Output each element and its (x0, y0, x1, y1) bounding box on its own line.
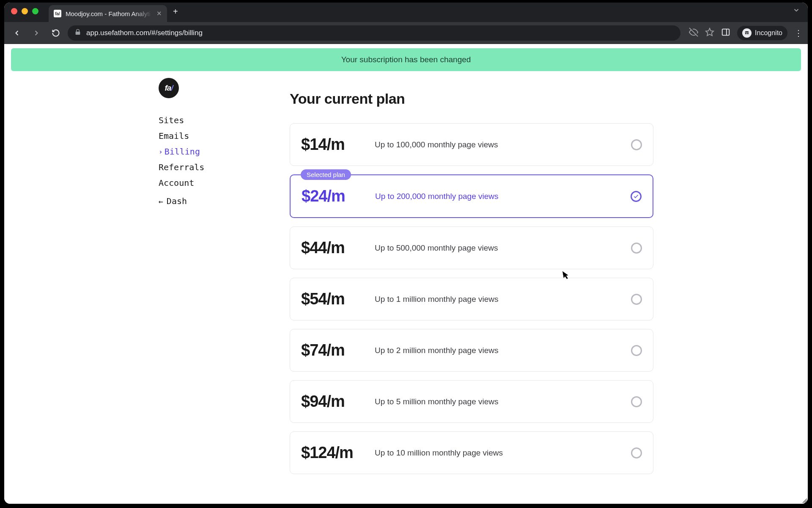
back-button[interactable] (9, 25, 25, 41)
radio-unchecked-icon[interactable] (631, 345, 642, 356)
tab-title: Moodjoy.com - Fathom Analyti (66, 10, 152, 17)
window-maximize-button[interactable] (32, 8, 38, 14)
forward-button[interactable] (29, 25, 44, 41)
page-content: Your subscription has been changed fa/ S… (4, 44, 808, 504)
sidebar-item-label: Billing (165, 146, 200, 157)
sidebar-back-label: Dash (167, 196, 187, 206)
svg-marker-0 (706, 28, 713, 36)
success-banner: Your subscription has been changed (11, 48, 801, 71)
browser-toolbar: app.usefathom.com/#/settings/billing Inc… (4, 22, 808, 44)
settings-nav: SitesEmails›BillingReferralsAccount←Dash (159, 115, 290, 206)
plan-list: $14/mUp to 100,000 monthly page viewsSel… (290, 123, 653, 474)
menu-icon[interactable]: ⋮ (794, 28, 803, 38)
plan-option[interactable]: $14/mUp to 100,000 monthly page views (290, 123, 653, 166)
sidebar-item-label: Sites (159, 115, 184, 125)
radio-unchecked-icon[interactable] (631, 243, 642, 254)
address-bar[interactable]: app.usefathom.com/#/settings/billing (68, 25, 680, 41)
radio-unchecked-icon[interactable] (631, 139, 642, 150)
sidebar-back-dash[interactable]: ←Dash (159, 196, 290, 206)
radio-unchecked-icon[interactable] (631, 294, 642, 305)
radio-unchecked-icon[interactable] (631, 447, 642, 458)
new-tab-button[interactable]: + (173, 7, 178, 17)
window-minimize-button[interactable] (22, 8, 28, 14)
chevron-right-icon: › (159, 148, 163, 156)
page-title: Your current plan (290, 91, 653, 107)
plan-option[interactable]: $44/mUp to 500,000 monthly page views (290, 226, 653, 269)
star-icon[interactable] (705, 28, 714, 39)
arrow-left-icon: ← (159, 197, 163, 206)
plan-option[interactable]: Selected plan$24/mUp to 200,000 monthly … (290, 174, 653, 218)
reload-button[interactable] (48, 25, 63, 41)
svg-rect-1 (722, 29, 730, 36)
plan-description: Up to 10 million monthly page views (375, 448, 621, 458)
side-panel-icon[interactable] (721, 28, 730, 39)
plan-description: Up to 2 million monthly page views (375, 346, 621, 355)
plan-price: $44/m (301, 239, 365, 257)
logo-slash: / (171, 83, 173, 93)
plan-price: $24/m (302, 187, 365, 205)
plan-option[interactable]: $94/mUp to 5 million monthly page views (290, 380, 653, 423)
window-close-button[interactable] (11, 8, 17, 14)
plan-price: $74/m (301, 341, 365, 359)
profile-badge[interactable]: Incognito (737, 26, 787, 40)
browser-window: fa/ Moodjoy.com - Fathom Analyti ✕ + app… (4, 3, 808, 504)
sidebar-item-label: Referrals (159, 162, 204, 172)
resize-handle[interactable] (801, 497, 807, 503)
selected-plan-badge: Selected plan (301, 169, 351, 180)
settings-sidebar: fa/ SitesEmails›BillingReferralsAccount←… (159, 76, 290, 474)
browser-tab[interactable]: fa/ Moodjoy.com - Fathom Analyti ✕ (49, 5, 167, 22)
banner-message: Your subscription has been changed (341, 55, 471, 64)
logo-text: fa (165, 83, 171, 93)
sidebar-item-account[interactable]: Account (159, 178, 290, 188)
main-panel: Your current plan $14/mUp to 100,000 mon… (290, 76, 653, 474)
plan-description: Up to 500,000 monthly page views (375, 243, 621, 253)
plan-description: Up to 5 million monthly page views (375, 397, 621, 406)
titlebar: fa/ Moodjoy.com - Fathom Analyti ✕ + (4, 3, 808, 22)
sidebar-item-referrals[interactable]: Referrals (159, 162, 290, 172)
plan-description: Up to 1 million monthly page views (375, 295, 621, 304)
plan-price: $54/m (301, 290, 365, 308)
tab-close-icon[interactable]: ✕ (156, 10, 162, 17)
profile-label: Incognito (755, 29, 782, 37)
incognito-icon (742, 28, 752, 38)
sidebar-item-label: Emails (159, 131, 189, 141)
sidebar-item-sites[interactable]: Sites (159, 115, 290, 125)
tab-favicon: fa/ (54, 10, 61, 17)
sidebar-item-billing[interactable]: ›Billing (159, 146, 290, 157)
plan-price: $124/m (301, 444, 365, 462)
svg-point-4 (747, 33, 749, 34)
plan-option[interactable]: $124/mUp to 10 million monthly page view… (290, 431, 653, 474)
radio-unchecked-icon[interactable] (631, 396, 642, 407)
window-controls (11, 8, 38, 14)
plan-option[interactable]: $54/mUp to 1 million monthly page views (290, 278, 653, 320)
lock-icon (74, 29, 81, 38)
app-logo[interactable]: fa/ (159, 78, 179, 98)
sidebar-item-emails[interactable]: Emails (159, 131, 290, 141)
plan-description: Up to 100,000 monthly page views (375, 140, 621, 149)
plan-price: $14/m (301, 135, 365, 154)
url-text: app.usefathom.com/#/settings/billing (86, 29, 203, 37)
sidebar-item-label: Account (159, 178, 194, 188)
plan-option[interactable]: $74/mUp to 2 million monthly page views (290, 329, 653, 372)
plan-price: $94/m (301, 392, 365, 411)
plan-description: Up to 200,000 monthly page views (375, 192, 620, 201)
svg-point-3 (745, 33, 747, 34)
radio-checked-icon[interactable] (631, 191, 642, 202)
chevron-down-icon[interactable] (793, 6, 800, 16)
eye-off-icon[interactable] (689, 28, 698, 39)
